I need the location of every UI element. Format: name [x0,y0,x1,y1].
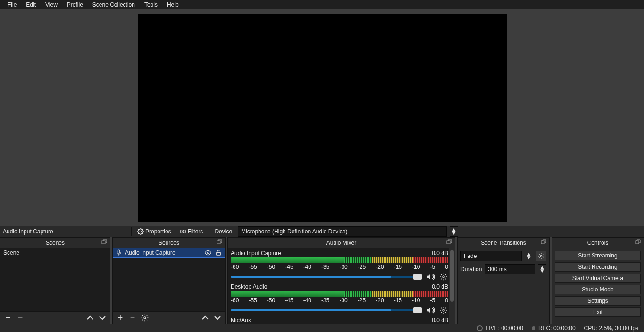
status-cpu: CPU: 2.5%, 30.00 fps [584,325,638,332]
sources-dock: Sources Audio Input Capture + − [112,237,226,324]
channel-name: Desktop Audio [231,283,267,290]
channel-settings-button[interactable] [439,306,448,315]
menu-tools[interactable]: Tools [140,0,162,9]
mixer-channel: Audio Input Capture 0.0 dB -60-55-50-45-… [231,250,448,282]
exit-button[interactable]: Exit [555,307,641,317]
remove-scene-button[interactable]: − [17,315,24,321]
popout-icon[interactable] [541,239,547,246]
gear-icon [440,307,447,314]
gear-icon [141,314,149,322]
menu-help[interactable]: Help [162,0,184,9]
menu-edit[interactable]: Edit [21,0,41,9]
add-source-button[interactable]: + [117,315,124,321]
chevron-up-icon [201,315,209,321]
transition-select-spinner[interactable]: ▲▼ [525,251,533,261]
transition-select[interactable]: Fade [460,251,522,261]
visibility-toggle[interactable] [204,249,212,257]
move-scene-down-button[interactable] [99,315,106,321]
gear-icon [137,228,144,235]
popout-icon[interactable] [635,239,642,246]
mute-button[interactable] [426,306,435,315]
properties-button[interactable]: Properties [134,227,174,236]
controls-title: Controls [552,238,644,248]
move-source-down-button[interactable] [214,315,221,321]
device-select[interactable]: Microphone (High Definition Audio Device… [238,226,447,237]
channel-name: Mic/Aux [231,317,251,324]
chevron-down-icon: ▼ [451,232,457,235]
device-select-spinner[interactable]: ▲ ▼ [450,226,458,237]
volume-meter [231,257,448,263]
studio-mode-button[interactable]: Studio Mode [555,285,641,294]
scenes-dock: Scenes Scene + − [0,237,110,324]
controls-dock: Controls Start Streaming Start Recording… [552,237,644,324]
svg-rect-5 [118,250,120,253]
sources-list[interactable]: Audio Input Capture [113,248,225,311]
duration-input[interactable]: 300 ms [485,264,535,274]
meter-ticks: -60-55-50-45-40-35-30-25-20-15-10-50 [231,264,448,270]
status-live: LIVE: 00:00:00 [477,325,523,332]
filters-button[interactable]: Filters [177,227,206,236]
device-label: Device [212,228,235,235]
popout-icon[interactable] [217,239,223,246]
svg-rect-9 [447,241,450,244]
menu-view[interactable]: View [41,0,62,9]
add-scene-button[interactable]: + [4,315,12,321]
start-streaming-button[interactable]: Start Streaming [555,251,641,260]
move-source-up-button[interactable] [201,315,209,321]
source-item-label: Audio Input Capture [125,249,201,256]
mixer-channel: Desktop Audio 0.0 dB -60-55-50-45-40-35-… [231,283,448,315]
popout-icon[interactable] [101,239,108,246]
svg-rect-12 [541,241,544,244]
mute-button[interactable] [426,272,435,282]
controls-body: Start Streaming Start Recording Start Vi… [552,248,644,324]
svg-point-6 [207,252,209,254]
settings-button[interactable]: Settings [555,296,641,306]
duration-label: Duration [460,266,482,273]
channel-name: Audio Input Capture [231,250,281,257]
source-context-bar: Audio Input Capture Properties Filters D… [0,226,644,237]
volume-slider[interactable] [231,309,422,311]
channel-db: 0.0 dB [432,283,448,290]
svg-rect-3 [102,241,105,244]
popout-icon[interactable] [446,239,453,246]
preview-canvas[interactable] [138,14,507,222]
duration-spinner[interactable]: ▲▼ [538,264,546,274]
menu-file[interactable]: File [3,0,21,9]
mixer-title: Audio Mixer [228,238,455,248]
transition-settings-button[interactable] [536,251,546,261]
chevron-up-icon [86,315,94,321]
menu-scene-collection[interactable]: Scene Collection [88,0,140,9]
svg-point-8 [144,317,146,319]
status-bar: LIVE: 00:00:00 REC: 00:00:00 CPU: 2.5%, … [0,324,644,332]
selected-source-label: Audio Input Capture [2,228,128,235]
channel-settings-button[interactable] [439,272,448,282]
status-rec: REC: 00:00:00 [532,325,576,332]
start-virtual-camera-button[interactable]: Start Virtual Camera [555,274,641,283]
source-properties-button[interactable] [141,314,149,322]
svg-rect-7 [216,252,220,255]
remove-source-button[interactable]: − [129,315,136,321]
chevron-down-icon [214,315,221,321]
svg-rect-4 [217,241,220,244]
filter-icon [180,228,186,235]
scenes-list[interactable]: Scene [0,248,110,311]
mixer-body: Audio Input Capture 0.0 dB -60-55-50-45-… [228,248,455,324]
channel-db: 0.0 dB [432,317,448,324]
volume-slider[interactable] [231,276,422,278]
eye-icon [204,249,212,256]
meter-ticks: -60-55-50-45-40-35-30-25-20-15-10-50 [231,297,448,304]
move-scene-up-button[interactable] [86,315,94,321]
lock-toggle[interactable] [215,249,222,257]
scene-item[interactable]: Scene [0,248,110,257]
transitions-dock: Scene Transitions Fade ▲▼ Duration 300 m… [457,237,550,324]
gear-icon [538,253,544,259]
source-item[interactable]: Audio Input Capture [113,248,225,257]
gear-icon [440,273,447,281]
mixer-scrollbar[interactable] [449,248,455,324]
dock-row: Scenes Scene + − Sources [0,237,644,324]
start-recording-button[interactable]: Start Recording [555,262,641,272]
sources-title: Sources [113,238,225,248]
menu-profile[interactable]: Profile [62,0,88,9]
speaker-icon [426,306,435,315]
transitions-title: Scene Transitions [458,238,549,248]
